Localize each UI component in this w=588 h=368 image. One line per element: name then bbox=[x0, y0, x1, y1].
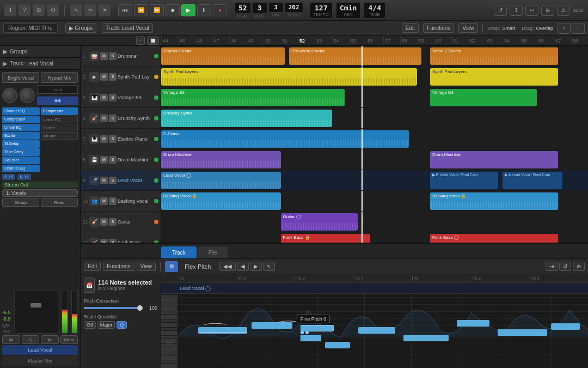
replace-btn[interactable]: ⊕ bbox=[541, 5, 554, 16]
vocals-btn[interactable]: 1: Vocals bbox=[2, 189, 78, 197]
fp-note-5[interactable] bbox=[325, 342, 350, 348]
region-guitar[interactable]: Guitar ◯ bbox=[281, 213, 358, 231]
track-5-content[interactable]: Vintage B3 Vintage B3 bbox=[161, 87, 588, 107]
region-synth-pad-2[interactable]: Synth Pad Layers bbox=[430, 68, 558, 86]
track-10-mute[interactable]: M bbox=[100, 197, 108, 205]
fp-note-6[interactable] bbox=[358, 327, 395, 334]
plugin-channel-eq[interactable]: Channel EQ bbox=[2, 107, 40, 115]
track-8-solo[interactable]: S bbox=[109, 156, 117, 164]
fp-ctrl-1[interactable]: ◀◀ bbox=[219, 262, 236, 271]
edit-menu-fp[interactable]: Edit bbox=[84, 262, 101, 271]
fp-note-7[interactable] bbox=[403, 335, 449, 341]
view-menu-fp[interactable]: View bbox=[137, 262, 156, 271]
fast-forward-button[interactable]: ⏩ bbox=[150, 4, 164, 16]
region-backing-vocal-1[interactable]: Backing Vocal 🔒 bbox=[161, 192, 281, 210]
region-vintage-b3-1[interactable]: Vintage B3 bbox=[161, 89, 345, 106]
fp-pitch-slider[interactable] bbox=[84, 307, 142, 309]
region-funk-bass-2[interactable]: Funk Bass ◯ bbox=[430, 234, 558, 243]
zoom-out-icon[interactable]: − bbox=[572, 23, 585, 34]
track-9-content[interactable]: Lead Vocal ◯ ▶ B Lead Vocal: Final Com ▶… bbox=[161, 170, 588, 190]
pointer-icon[interactable]: ↖ bbox=[70, 4, 82, 16]
cycle-btn[interactable]: ↺ bbox=[494, 5, 507, 16]
glue-icon[interactable]: ✕ bbox=[99, 4, 111, 16]
fast-rewind-button[interactable]: ⏪ bbox=[134, 4, 148, 16]
region-lead-vocal-final-1[interactable]: ▶ B Lead Vocal: Final Com bbox=[430, 172, 498, 189]
region-lead-vocal-1[interactable]: Lead Vocal ◯ bbox=[161, 172, 281, 189]
scissors-icon[interactable]: ✂ bbox=[84, 4, 96, 16]
record-button[interactable]: ● bbox=[213, 4, 227, 16]
track-9-mute[interactable]: M bbox=[100, 177, 108, 184]
functions-menu-fp[interactable]: Functions bbox=[103, 262, 134, 271]
fp-align-btn[interactable]: ⇥ bbox=[546, 262, 558, 271]
track-12-mute[interactable]: M bbox=[100, 239, 108, 243]
hyped-mix-btn[interactable]: Hyped Mix bbox=[41, 72, 78, 83]
fp-note-1[interactable] bbox=[198, 327, 247, 334]
fp-note-4[interactable] bbox=[301, 335, 321, 341]
tab-track[interactable]: Track bbox=[161, 246, 197, 258]
bright-vocal-btn[interactable]: Bright Vocal bbox=[2, 72, 39, 83]
send-b16[interactable]: B 16 bbox=[17, 174, 30, 180]
track-7-solo[interactable]: S bbox=[109, 135, 117, 143]
track-6-mute[interactable]: M bbox=[100, 114, 108, 122]
track-2-content[interactable]: Synth Pad Layers Synth Pad Layers bbox=[161, 67, 588, 87]
fp-note-8[interactable] bbox=[457, 320, 489, 327]
zoom-in-icon[interactable]: + bbox=[558, 23, 571, 34]
volume-knob[interactable] bbox=[20, 88, 35, 103]
fp-q-btn[interactable]: Q bbox=[117, 321, 127, 329]
track-12-solo[interactable]: S bbox=[109, 239, 117, 243]
solo-btn-bottom[interactable]: S bbox=[22, 335, 40, 344]
tab-file[interactable]: File bbox=[198, 246, 228, 258]
region-epiano[interactable]: E-Piano bbox=[161, 130, 409, 148]
region-drum-machine-1[interactable]: Drum Machine bbox=[161, 151, 281, 168]
track-11-content[interactable]: Guitar ◯ bbox=[161, 212, 588, 232]
master-mix-bottom[interactable]: Master Mix bbox=[2, 356, 78, 366]
time-sig-display[interactable]: 4/4 TIME bbox=[364, 2, 385, 19]
track-5-solo[interactable]: S bbox=[109, 94, 117, 101]
track-2-solo[interactable]: S bbox=[109, 73, 117, 81]
mute-btn-bottom[interactable]: M bbox=[2, 335, 20, 344]
region-synth-pad-1[interactable]: Synth Pad Layers bbox=[161, 68, 417, 86]
fp-note-9[interactable] bbox=[498, 329, 547, 336]
plugin-deesser[interactable]: DeEsser bbox=[2, 156, 40, 164]
track-8-mute[interactable]: M bbox=[100, 156, 108, 164]
fp-loop-btn[interactable]: ↺ bbox=[559, 262, 571, 271]
fp-note-10[interactable] bbox=[551, 323, 580, 330]
tempo-display[interactable]: 127 TEMPO bbox=[310, 2, 333, 19]
groups-toggle[interactable]: ▶ Groups bbox=[65, 23, 97, 33]
stop-button[interactable]: ■ bbox=[166, 4, 180, 16]
track-7-content[interactable]: E-Piano bbox=[161, 129, 588, 149]
region-chorus-drums[interactable]: Chorus Drums bbox=[161, 47, 285, 65]
plugin-linear-eq2[interactable]: Linear EQ bbox=[41, 116, 78, 123]
key-display[interactable]: Cmin KEY bbox=[336, 2, 360, 19]
track-1-content[interactable]: Chorus Drums Pre-verse Drums Verse 2 Dru… bbox=[161, 46, 588, 66]
plugin-compressor[interactable]: Compressor bbox=[2, 116, 40, 123]
plugin-exciter[interactable]: Exciter bbox=[2, 132, 40, 140]
bounce-btn[interactable]: Bnce bbox=[60, 335, 78, 344]
alert-btn[interactable]: ⚠ bbox=[557, 5, 570, 16]
rewind-button[interactable]: ⏮ bbox=[118, 4, 132, 16]
fp-zoom-btn[interactable]: ⊕ bbox=[573, 262, 585, 271]
track-name-bottom[interactable]: Lead Vocal bbox=[2, 345, 78, 355]
mixer-icon[interactable]: ⊞ bbox=[33, 4, 45, 16]
track-5-mute[interactable]: M bbox=[100, 94, 108, 101]
read-btn[interactable]: Read bbox=[41, 198, 78, 207]
play-button[interactable]: ▶ bbox=[181, 4, 195, 16]
fp-note-2[interactable] bbox=[252, 322, 292, 329]
mute-btn-bottom2[interactable]: M bbox=[41, 335, 59, 344]
track-6-content[interactable]: Crunchy Synth bbox=[161, 108, 588, 128]
region-vintage-b3-2[interactable]: Vintage B3 bbox=[430, 89, 537, 106]
track-8-content[interactable]: Drum Machine Drum Machine bbox=[161, 149, 588, 170]
fp-ctrl-3[interactable]: ▶ bbox=[250, 262, 262, 271]
track-11-mute[interactable]: M bbox=[100, 218, 108, 226]
input-bar[interactable]: Input bbox=[37, 85, 78, 94]
plugin-st-delay[interactable]: St-Delay bbox=[2, 140, 40, 148]
plugin-channel-eq2[interactable]: Channel EQ bbox=[2, 165, 40, 172]
region-backing-vocal-2[interactable]: Backing Vocal 🔒 bbox=[430, 192, 558, 210]
fp-calendar-icon[interactable]: 📅 bbox=[84, 277, 95, 293]
send-b15[interactable]: B 15 bbox=[2, 174, 15, 180]
track-9-solo[interactable]: S bbox=[109, 177, 117, 184]
groups-bar[interactable]: ▶ Groups bbox=[0, 46, 80, 58]
fp-major-select[interactable]: Major bbox=[97, 321, 115, 329]
plugin-tape-delay[interactable]: Tape Delay bbox=[2, 148, 40, 156]
fp-ctrl-2[interactable]: ◀ bbox=[237, 262, 249, 271]
